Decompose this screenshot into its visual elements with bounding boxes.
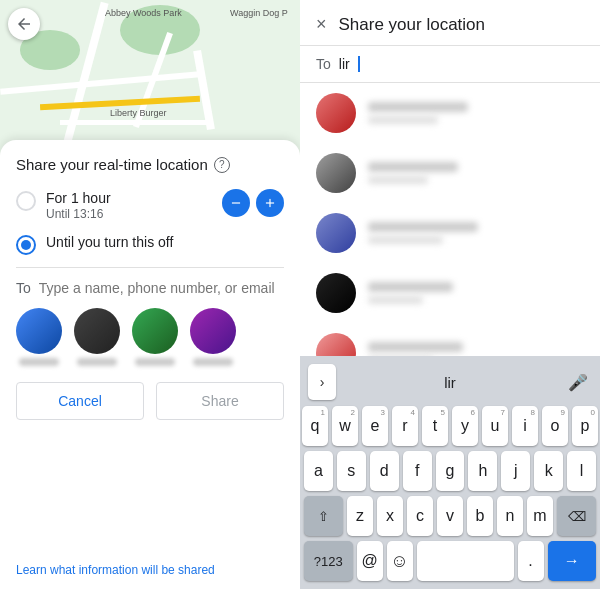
increase-hour-button[interactable]	[256, 189, 284, 217]
key-b[interactable]: b	[467, 496, 493, 536]
key-j[interactable]: j	[501, 451, 530, 491]
list-avatar-3	[316, 213, 356, 253]
right-panel-title: Share your location	[339, 15, 485, 35]
radio-label-turn-off: Until you turn this off	[46, 233, 284, 251]
close-button[interactable]: ×	[316, 14, 327, 35]
hour-controls	[222, 189, 284, 217]
keyboard-row-1: q1 w2 e3 r4 t5 y6 u7 i8 o9 p0	[302, 406, 598, 446]
share-card-title-text: Share your real-time location	[16, 156, 208, 173]
contact-4[interactable]	[190, 308, 236, 366]
to-label-right: To	[316, 56, 331, 72]
key-r[interactable]: r4	[392, 406, 418, 446]
keyboard-row-2: a s d f g h j k l	[302, 451, 598, 491]
list-name-blur-5	[368, 342, 463, 352]
key-k[interactable]: k	[534, 451, 563, 491]
key-h[interactable]: h	[468, 451, 497, 491]
list-sub-blur-4	[368, 296, 423, 304]
list-item-1[interactable]	[300, 83, 600, 143]
keyboard-expand-button[interactable]: ›	[308, 364, 336, 400]
key-e[interactable]: e3	[362, 406, 388, 446]
list-name-blur-4	[368, 282, 453, 292]
key-enter[interactable]: →	[548, 541, 597, 581]
key-num-switch[interactable]: ?123	[304, 541, 353, 581]
key-g[interactable]: g	[436, 451, 465, 491]
key-a[interactable]: a	[304, 451, 333, 491]
key-v[interactable]: v	[437, 496, 463, 536]
contact-1[interactable]	[16, 308, 62, 366]
key-period[interactable]: .	[518, 541, 544, 581]
keyboard-mic-button[interactable]: 🎤	[564, 364, 592, 400]
card-actions: Cancel Share	[16, 382, 284, 420]
key-i[interactable]: i8	[512, 406, 538, 446]
key-q[interactable]: q1	[302, 406, 328, 446]
cancel-button[interactable]: Cancel	[16, 382, 144, 420]
back-button[interactable]	[8, 8, 40, 40]
key-n[interactable]: n	[497, 496, 523, 536]
contact-avatar-4	[190, 308, 236, 354]
list-avatar-1	[316, 93, 356, 133]
key-m[interactable]: m	[527, 496, 553, 536]
key-x[interactable]: x	[377, 496, 403, 536]
list-contact-info-4	[368, 282, 584, 304]
shift-key[interactable]: ⇧	[304, 496, 343, 536]
learn-link[interactable]: Learn what information will be shared	[16, 563, 215, 577]
key-f[interactable]: f	[403, 451, 432, 491]
to-input-right-value: lir	[339, 56, 350, 72]
radio-option-1-hour[interactable]: For 1 hour Until 13:16	[16, 189, 284, 221]
info-icon[interactable]: ?	[214, 157, 230, 173]
key-c[interactable]: c	[407, 496, 433, 536]
keyboard-suggestion: lir	[340, 374, 560, 391]
list-contact-info-1	[368, 102, 584, 124]
to-cursor	[358, 56, 360, 72]
spacebar[interactable]	[417, 541, 514, 581]
list-sub-blur-3	[368, 236, 443, 244]
divider	[16, 267, 284, 268]
contact-avatar-3	[132, 308, 178, 354]
map-road-2	[0, 71, 200, 94]
radio-circle-1	[16, 191, 36, 211]
key-w[interactable]: w2	[332, 406, 358, 446]
key-z[interactable]: z	[347, 496, 373, 536]
key-s[interactable]: s	[337, 451, 366, 491]
key-emoji[interactable]: ☺	[387, 541, 413, 581]
share-card: Share your real-time location ? For 1 ho…	[0, 140, 300, 589]
share-button[interactable]: Share	[156, 382, 284, 420]
key-y[interactable]: y6	[452, 406, 478, 446]
svg-rect-2	[269, 199, 270, 207]
decrease-hour-button[interactable]	[222, 189, 250, 217]
to-input-left[interactable]	[39, 280, 284, 296]
contact-name-2	[77, 358, 117, 366]
key-t[interactable]: t5	[422, 406, 448, 446]
to-row-right: To lir	[300, 46, 600, 83]
list-item-3[interactable]	[300, 203, 600, 263]
contact-avatar-2	[74, 308, 120, 354]
contact-2[interactable]	[74, 308, 120, 366]
key-l[interactable]: l	[567, 451, 596, 491]
left-panel: Abbey Woods Park Waggin Dog P Liberty Bu…	[0, 0, 300, 589]
list-item-2[interactable]	[300, 143, 600, 203]
map-road-5	[193, 50, 215, 130]
list-avatar-2	[316, 153, 356, 193]
list-contact-info-2	[368, 162, 584, 184]
share-card-title: Share your real-time location ?	[16, 156, 284, 173]
list-sub-blur-1	[368, 116, 438, 124]
radio-option-turn-off[interactable]: Until you turn this off	[16, 233, 284, 255]
list-avatar-4	[316, 273, 356, 313]
liberty-burger-label: Liberty Burger	[110, 108, 167, 118]
key-p[interactable]: p0	[572, 406, 598, 446]
key-o[interactable]: o9	[542, 406, 568, 446]
backspace-key[interactable]: ⌫	[557, 496, 596, 536]
keyboard-suggestion-row: › lir 🎤	[302, 362, 598, 406]
contact-3[interactable]	[132, 308, 178, 366]
abbey-woods-label: Abbey Woods Park	[105, 8, 182, 18]
map-road-4	[60, 120, 210, 125]
list-item-5[interactable]	[300, 323, 600, 356]
list-contact-info-5	[368, 342, 584, 356]
key-at[interactable]: @	[357, 541, 383, 581]
list-avatar-5	[316, 333, 356, 356]
keyboard-bottom-row: ?123 @ ☺ . →	[302, 541, 598, 581]
contacts-list	[300, 83, 600, 356]
list-item-4[interactable]	[300, 263, 600, 323]
key-d[interactable]: d	[370, 451, 399, 491]
key-u[interactable]: u7	[482, 406, 508, 446]
